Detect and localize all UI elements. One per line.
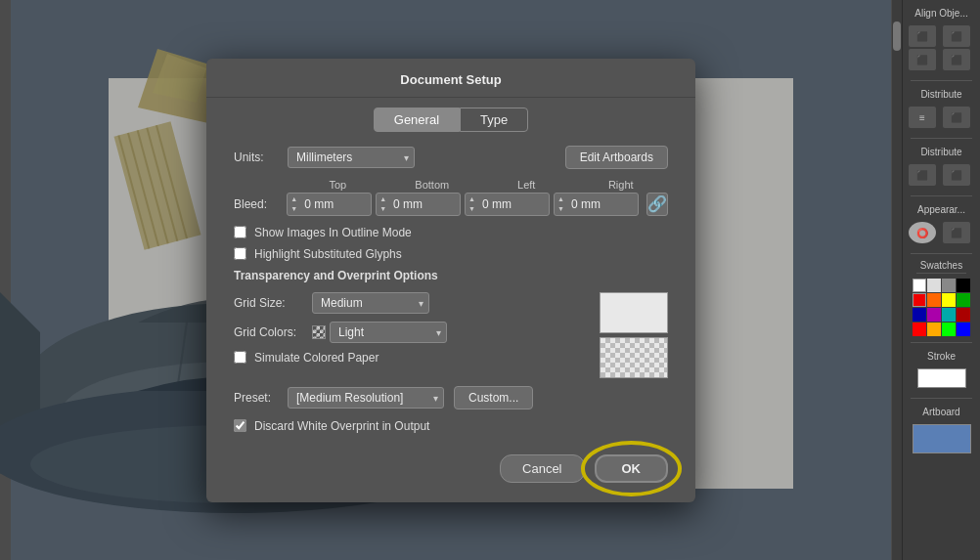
bleed-header-bottom: Bottom bbox=[385, 179, 480, 191]
bleed-left-field[interactable] bbox=[478, 197, 542, 211]
swatch-blue[interactable] bbox=[913, 308, 926, 322]
align-bottom-icon[interactable]: ⬛ bbox=[943, 49, 970, 70]
bleed-left-down[interactable]: ▼ bbox=[468, 204, 475, 214]
swatch-bright-blue[interactable] bbox=[957, 323, 970, 336]
discard-overprint-row: Discard White Overprint in Output bbox=[234, 419, 668, 433]
swatch-green[interactable] bbox=[957, 293, 970, 307]
transparency-title: Transparency and Overprint Options bbox=[234, 269, 668, 282]
align-right-icon[interactable]: ⬛ bbox=[943, 25, 970, 47]
discard-overprint-label: Discard White Overprint in Output bbox=[254, 419, 429, 433]
ok-highlight: OK bbox=[595, 454, 669, 483]
dialog-title: Document Setup bbox=[206, 59, 695, 98]
scrollbar-track[interactable] bbox=[892, 0, 902, 560]
bleed-bottom-field[interactable] bbox=[389, 197, 453, 211]
bleed-top-input: ▲ ▼ bbox=[287, 193, 372, 216]
distribute-2-v-icon[interactable]: ⬛ bbox=[943, 164, 970, 186]
show-images-checkbox[interactable] bbox=[234, 226, 246, 238]
bleed-top-down[interactable]: ▼ bbox=[290, 204, 297, 214]
align-icons: ⬛ ⬛ ⬛ ⬛ bbox=[903, 23, 980, 72]
stroke-section: Stroke bbox=[903, 347, 980, 394]
swatch-white[interactable] bbox=[913, 279, 926, 292]
appearance-icon-2[interactable]: ⬛ bbox=[943, 222, 970, 243]
units-label: Units: bbox=[234, 151, 288, 164]
bleed-headers: Top Bottom Left Right bbox=[290, 179, 668, 191]
document-setup-dialog: Document Setup General Type Units: Milli… bbox=[206, 59, 695, 502]
bleed-right-down[interactable]: ▼ bbox=[557, 204, 564, 214]
align-left-icon[interactable]: ⬛ bbox=[909, 25, 936, 47]
swatch-bright-green[interactable] bbox=[942, 323, 956, 336]
transparency-section: Grid Size: Medium Grid Colors: bbox=[234, 292, 668, 378]
swatch-yellow[interactable] bbox=[942, 293, 956, 307]
grid-colors-select[interactable]: Light bbox=[330, 322, 447, 343]
bleed-top-spinners: ▲ ▼ bbox=[288, 194, 300, 214]
transparency-controls: Grid Size: Medium Grid Colors: bbox=[234, 292, 580, 378]
swatch-bright-red[interactable] bbox=[913, 323, 926, 336]
distribute-v-icon[interactable]: ⬛ bbox=[943, 107, 970, 128]
link-icon[interactable]: 🔗 bbox=[646, 193, 668, 216]
swatch-orange[interactable] bbox=[927, 293, 941, 307]
swatch-cyan[interactable] bbox=[942, 308, 956, 322]
show-images-row: Show Images In Outline Mode bbox=[234, 226, 668, 239]
distribute-icons-1: ≡ ⬛ bbox=[903, 105, 980, 130]
bleed-top-up[interactable]: ▲ bbox=[290, 194, 297, 204]
swatch-amber[interactable] bbox=[927, 323, 941, 336]
tab-type[interactable]: Type bbox=[460, 108, 528, 132]
grid-size-select-wrapper: Medium bbox=[312, 292, 429, 314]
grid-size-select[interactable]: Medium bbox=[312, 292, 429, 314]
grid-colors-label: Grid Colors: bbox=[234, 325, 312, 339]
discard-overprint-checkbox[interactable] bbox=[234, 419, 246, 432]
units-row: Units: Millimeters Edit Artboards bbox=[234, 146, 668, 169]
swatches-title: Swatches bbox=[916, 258, 966, 274]
highlight-glyphs-checkbox[interactable] bbox=[234, 247, 246, 260]
preset-select[interactable]: [Medium Resolution] bbox=[288, 387, 444, 409]
dialog-body: Units: Millimeters Edit Artboards Top Bo… bbox=[206, 132, 695, 433]
bleed-bottom-spinners: ▲ ▼ bbox=[377, 194, 389, 214]
stroke-label: Stroke bbox=[927, 351, 956, 363]
grid-color-swatch bbox=[312, 325, 326, 339]
custom-button[interactable]: Custom... bbox=[454, 386, 533, 409]
distribute-h-icon[interactable]: ≡ bbox=[909, 107, 936, 128]
bleed-right-field[interactable] bbox=[567, 197, 631, 211]
bleed-bottom-up[interactable]: ▲ bbox=[379, 194, 386, 204]
swatch-red-1[interactable] bbox=[913, 293, 926, 307]
grid-size-label: Grid Size: bbox=[234, 296, 312, 310]
preset-select-wrapper: [Medium Resolution] bbox=[288, 387, 444, 409]
edit-artboards-button[interactable]: Edit Artboards bbox=[565, 146, 668, 169]
preset-row: Preset: [Medium Resolution] Custom... bbox=[234, 386, 668, 409]
scrollbar-thumb[interactable] bbox=[893, 22, 901, 51]
swatch-purple[interactable] bbox=[927, 308, 941, 322]
highlight-glyphs-label: Highlight Substituted Glyphs bbox=[254, 247, 402, 261]
distribute-icons-2: ⬛ ⬛ bbox=[903, 162, 980, 188]
bleed-left-up[interactable]: ▲ bbox=[468, 194, 475, 204]
align-top-icon[interactable]: ⬛ bbox=[909, 49, 936, 70]
divider-1 bbox=[911, 80, 972, 81]
bleed-header-top: Top bbox=[290, 179, 385, 191]
cancel-button[interactable]: Cancel bbox=[500, 454, 584, 483]
grid-colors-row: Grid Colors: Light bbox=[234, 322, 580, 343]
bleed-label: Bleed: bbox=[234, 197, 283, 211]
bleed-top-field[interactable] bbox=[300, 197, 364, 211]
preview-checker-box bbox=[600, 337, 668, 378]
canvas-area: Document Setup General Type Units: Milli… bbox=[0, 0, 902, 560]
swatch-dark-red[interactable] bbox=[957, 308, 970, 322]
ok-button[interactable]: OK bbox=[595, 454, 669, 483]
simulate-paper-checkbox[interactable] bbox=[234, 351, 246, 364]
bleed-section: Top Bottom Left Right Bleed: ▲ ▼ bbox=[234, 179, 668, 216]
simulate-paper-label: Simulate Colored Paper bbox=[254, 351, 379, 365]
preset-label: Preset: bbox=[234, 391, 288, 405]
swatch-gray[interactable] bbox=[942, 279, 956, 292]
dialog-tabs: General Type bbox=[206, 98, 695, 132]
bleed-right-up[interactable]: ▲ bbox=[557, 194, 564, 204]
distribute-section-1: Distribute ≡ ⬛ bbox=[903, 85, 980, 134]
transparency-preview bbox=[600, 292, 668, 378]
swatch-black[interactable] bbox=[957, 279, 970, 292]
swatch-light-gray[interactable] bbox=[927, 279, 941, 292]
units-select[interactable]: Millimeters bbox=[288, 147, 415, 168]
tab-general[interactable]: General bbox=[374, 108, 460, 132]
distribute-section-2: Distribute ⬛ ⬛ bbox=[903, 143, 980, 192]
appearance-section: Appearar... ⭕ ⬛ bbox=[903, 200, 980, 249]
appearance-icon-1[interactable]: ⭕ bbox=[909, 222, 936, 243]
bleed-bottom-down[interactable]: ▼ bbox=[379, 204, 386, 214]
divider-5 bbox=[911, 342, 972, 343]
distribute-2-h-icon[interactable]: ⬛ bbox=[909, 164, 936, 186]
